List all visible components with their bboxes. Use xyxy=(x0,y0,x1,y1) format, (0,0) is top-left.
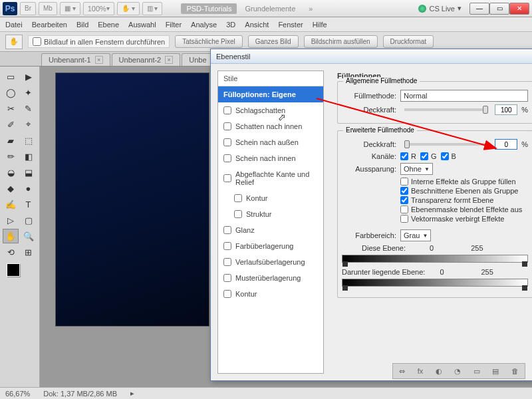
panel-footer-icon[interactable]: ▭ xyxy=(473,367,480,376)
arrange-quick[interactable]: ▥ ▾ xyxy=(142,2,163,15)
close-icon[interactable]: × xyxy=(95,56,103,64)
workspace-essentials[interactable]: Grundelemente xyxy=(239,3,301,14)
adv-option[interactable]: Vektormaske verbirgt Effekte xyxy=(400,215,528,223)
opacity-slider[interactable] xyxy=(404,108,487,111)
style-item[interactable]: Fülloptionen: Eigene xyxy=(218,86,323,102)
tool-5[interactable]: ✎ xyxy=(21,101,37,116)
panel-footer-icon[interactable]: ◐ xyxy=(436,367,442,376)
workspace-more[interactable]: » xyxy=(303,3,318,14)
tool-18[interactable]: ▷ xyxy=(3,213,19,227)
tool-22[interactable]: ⟲ xyxy=(3,245,19,259)
tool-11[interactable]: ◧ xyxy=(21,149,37,164)
menu-3d[interactable]: 3D xyxy=(226,21,235,29)
style-item[interactable]: Abgeflachte Kante und Relief xyxy=(218,166,323,190)
scroll-all-checkbox[interactable]: Bildlauf in allen Fenstern durchführen xyxy=(28,35,170,48)
cs-live[interactable]: CS Live ▾ xyxy=(418,4,462,13)
tool-17[interactable]: T xyxy=(21,197,37,211)
color-swatches[interactable] xyxy=(3,263,37,286)
tool-15[interactable]: ● xyxy=(21,181,37,196)
adv-option[interactable]: Transparenz formt Ebene xyxy=(400,196,528,204)
menu-ebene[interactable]: Ebene xyxy=(98,21,119,29)
menu-datei[interactable]: Datei xyxy=(5,21,23,29)
style-item[interactable]: Musterüberlagerung xyxy=(218,270,323,286)
foreground-swatch[interactable] xyxy=(7,263,20,277)
bridge-button[interactable]: Br xyxy=(20,2,36,15)
style-item[interactable]: Schein nach innen xyxy=(218,150,323,166)
menu-ansicht[interactable]: Ansicht xyxy=(245,21,269,29)
menu-bild[interactable]: Bild xyxy=(76,21,88,29)
tool-20[interactable]: ✋ xyxy=(3,229,19,243)
maximize-button[interactable]: ▭ xyxy=(489,3,509,15)
tool-13[interactable]: ⬓ xyxy=(21,165,37,180)
doc-tab-1[interactable]: Unbenannt-1× xyxy=(41,53,110,66)
menu-filter[interactable]: Filter xyxy=(166,21,182,29)
style-item[interactable]: Glanz xyxy=(218,222,323,238)
hand-quick[interactable]: ✋ ▾ xyxy=(117,2,140,15)
tool-10[interactable]: ✏ xyxy=(3,149,19,164)
status-zoom[interactable]: 66,67% xyxy=(5,390,30,398)
adv-option[interactable]: Interne Effekte als Gruppe füllen xyxy=(400,178,528,186)
tool-7[interactable]: ⌖ xyxy=(21,117,37,132)
panel-footer-icon[interactable]: fx xyxy=(418,367,424,375)
minimize-button[interactable]: ― xyxy=(469,3,489,15)
tool-19[interactable]: ▢ xyxy=(21,213,37,227)
tool-4[interactable]: ✂ xyxy=(3,101,19,116)
opacity-input[interactable] xyxy=(495,104,517,115)
tool-0[interactable]: ▭ xyxy=(3,69,19,84)
zoom-level[interactable]: 100% ▾ xyxy=(83,2,114,15)
style-item[interactable]: Verlaufsüberlagerung xyxy=(218,254,323,270)
style-item[interactable]: Schlagschatten xyxy=(218,102,323,118)
style-item[interactable]: Farbüberlagerung xyxy=(218,238,323,254)
this-layer-gradient[interactable] xyxy=(342,255,528,263)
style-item[interactable]: Kontur xyxy=(218,190,323,206)
tool-3[interactable]: ✦ xyxy=(21,85,37,100)
tool-21[interactable]: 🔍 xyxy=(21,229,37,243)
panel-footer-icon[interactable]: ◔ xyxy=(454,367,461,376)
menu-analyse[interactable]: Analyse xyxy=(191,21,217,29)
blendif-select[interactable]: Grau▼ xyxy=(400,229,431,241)
panel-footer-icon[interactable]: ⇔ xyxy=(399,367,405,376)
menu-bearbeiten[interactable]: Bearbeiten xyxy=(32,21,67,29)
tool-14[interactable]: ◆ xyxy=(3,181,19,196)
channel-r[interactable]: R xyxy=(400,152,416,160)
dialog-title[interactable]: Ebenenstil xyxy=(211,49,532,64)
fit-image-button[interactable]: Ganzes Bild xyxy=(248,35,299,48)
under-layer-gradient[interactable] xyxy=(342,279,528,287)
minibridge-button[interactable]: Mb xyxy=(39,2,57,15)
channel-b[interactable]: B xyxy=(441,152,456,160)
close-button[interactable]: ✕ xyxy=(509,3,529,15)
tool-2[interactable]: ◯ xyxy=(3,85,19,100)
knockout-select[interactable]: Ohne▼ xyxy=(400,163,433,175)
workspace-tutorials[interactable]: PSD-Tutorials xyxy=(181,3,237,14)
style-item[interactable]: Kontur xyxy=(218,286,323,302)
adv-option[interactable]: Ebenenmaske blendet Effekte aus xyxy=(400,205,528,213)
current-tool-icon[interactable]: ✋ xyxy=(5,35,23,49)
tool-23[interactable]: ⊞ xyxy=(21,245,37,259)
close-icon[interactable]: × xyxy=(165,56,173,64)
fill-opacity-input[interactable] xyxy=(495,139,517,150)
fill-screen-button[interactable]: Bildschirm ausfüllen xyxy=(304,35,378,48)
style-item[interactable]: Struktur xyxy=(218,206,323,222)
tool-8[interactable]: ▰ xyxy=(3,133,19,148)
panel-footer-icon[interactable]: ▤ xyxy=(492,367,499,376)
tool-1[interactable]: ▶ xyxy=(21,69,37,84)
menu-auswahl[interactable]: Auswahl xyxy=(128,21,156,29)
tool-16[interactable]: ✍ xyxy=(3,197,19,211)
tool-12[interactable]: ◒ xyxy=(3,165,19,180)
viewmode-button[interactable]: ▦ ▾ xyxy=(60,2,80,15)
fill-opacity-slider[interactable] xyxy=(404,143,487,146)
actual-pixels-button[interactable]: Tatsächliche Pixel xyxy=(175,35,242,48)
menu-hilfe[interactable]: Hilfe xyxy=(313,21,327,29)
menu-fenster[interactable]: Fenster xyxy=(278,21,303,29)
style-item[interactable]: Schein nach außen xyxy=(218,134,323,150)
print-size-button[interactable]: Druckformat xyxy=(383,35,434,48)
panel-footer-icon[interactable]: 🗑 xyxy=(511,367,519,375)
tool-9[interactable]: ⬚ xyxy=(21,133,37,148)
channel-g[interactable]: G xyxy=(420,152,437,160)
doc-tab-3[interactable]: Unbe xyxy=(182,53,213,66)
blend-mode-select[interactable]: Normal xyxy=(400,90,528,102)
tool-6[interactable]: ✐ xyxy=(3,117,19,132)
style-item[interactable]: Schatten nach innen xyxy=(218,118,323,134)
adv-option[interactable]: Beschnittene Ebenen als Gruppe xyxy=(400,187,528,195)
doc-tab-2[interactable]: Unbenannt-2× xyxy=(112,53,181,66)
